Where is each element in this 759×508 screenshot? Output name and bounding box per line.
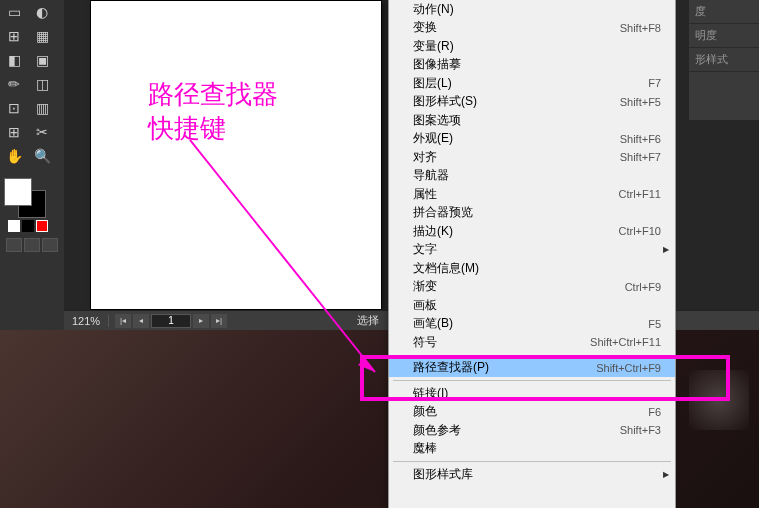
menu-item-label: 链接(I) [413,385,661,402]
tool-button[interactable]: ⊞ [0,24,28,48]
panel-tab[interactable]: 度 [689,0,759,24]
app-root: ▭◐ ⊞▦ ◧▣ ✏◫ ⊡▥ ⊞✂ ✋🔍 121% |◂ ◂ [0,0,759,508]
screen-mode-button[interactable] [24,238,40,252]
menu-item-shortcut: Shift+F3 [620,424,661,436]
menu-item-label: 属性 [413,186,619,203]
menu-item[interactable]: 图层(L)F7 [389,74,675,93]
menu-item-label: 文档信息(M) [413,260,661,277]
menu-item-shortcut: Ctrl+F9 [625,281,661,293]
tool-button[interactable]: ⊞ [0,120,28,144]
menu-item[interactable]: 变量(R) [389,37,675,56]
menu-item[interactable]: 文字▶ [389,241,675,260]
tool-button[interactable]: ▭ [0,0,28,24]
menu-item[interactable]: 颜色参考Shift+F3 [389,421,675,440]
menu-item-label: 画笔(B) [413,315,648,332]
menu-item[interactable]: 图形样式(S)Shift+F5 [389,93,675,112]
menu-item-shortcut: Shift+Ctrl+F11 [590,336,661,348]
menu-item-label: 颜色 [413,403,648,420]
menu-item-label: 魔棒 [413,440,661,457]
menu-item-shortcut: F5 [648,318,661,330]
menu-item[interactable]: 图形样式库▶ [389,465,675,484]
menu-item[interactable]: 渐变Ctrl+F9 [389,278,675,297]
menu-item-label: 图形样式库 [413,466,661,483]
menu-item-label: 图像描摹 [413,56,661,73]
screen-mode-button[interactable] [42,238,58,252]
menu-separator [393,461,671,462]
screen-mode-button[interactable] [6,238,22,252]
menu-item[interactable]: 动作(N) [389,0,675,19]
menu-item[interactable]: 变换Shift+F8 [389,19,675,38]
tool-button[interactable]: ⊡ [0,96,28,120]
menu-item[interactable]: 属性Ctrl+F11 [389,185,675,204]
menu-item-label: 动作(N) [413,1,661,18]
menu-item-shortcut: F7 [648,77,661,89]
menu-item[interactable]: 描边(K)Ctrl+F10 [389,222,675,241]
panel-tab[interactable]: 形样式 [689,48,759,72]
right-panel-tabs: 度 明度 形样式 [689,0,759,120]
menu-item[interactable]: 画板 [389,296,675,315]
page-navigator: |◂ ◂ ▸ ▸| [109,314,233,328]
menu-item-shortcut: Ctrl+F11 [619,188,662,200]
tool-button[interactable]: ✏ [0,72,28,96]
menu-item-label: 外观(E) [413,130,620,147]
tool-button[interactable]: ▦ [28,24,56,48]
tool-button[interactable]: ◐ [28,0,56,24]
zoom-level[interactable]: 121% [64,315,109,327]
menu-item[interactable]: 对齐Shift+F7 [389,148,675,167]
menu-item[interactable]: 拼合器预览 [389,204,675,223]
page-number-input[interactable] [151,314,191,328]
next-page-button[interactable]: ▸ [193,314,209,328]
menu-item-label: 图层(L) [413,75,648,92]
menu-item-label: 图案选项 [413,112,661,129]
menu-item[interactable]: 路径查找器(P)Shift+Ctrl+F9 [389,359,675,378]
prev-page-button[interactable]: ◂ [133,314,149,328]
zoom-tool-icon[interactable]: 🔍 [28,144,56,168]
tool-button[interactable]: ◧ [0,48,28,72]
mini-swatch-black[interactable] [22,220,34,232]
panel-tab[interactable]: 明度 [689,24,759,48]
menu-item-label: 渐变 [413,278,625,295]
menu-item-label: 路径查找器(P) [413,359,596,376]
first-page-button[interactable]: |◂ [115,314,131,328]
left-toolbar: ▭◐ ⊞▦ ◧▣ ✏◫ ⊡▥ ⊞✂ ✋🔍 [0,0,64,330]
menu-item[interactable]: 导航器 [389,167,675,186]
menu-item[interactable]: 颜色F6 [389,403,675,422]
artboard[interactable] [90,0,382,310]
tool-button[interactable]: ✂ [28,120,56,144]
mini-swatches [0,220,64,232]
tool-button[interactable]: ▣ [28,48,56,72]
submenu-arrow-icon: ▶ [663,245,669,254]
tool-button[interactable]: ▥ [28,96,56,120]
menu-item-label: 拼合器预览 [413,204,661,221]
menu-item-shortcut: Shift+F8 [620,22,661,34]
menu-item-label: 符号 [413,334,590,351]
mini-swatch-white[interactable] [8,220,20,232]
menu-item[interactable]: 链接(I) [389,384,675,403]
menu-item-label: 文字 [413,241,661,258]
menu-item[interactable]: 符号Shift+Ctrl+F11 [389,333,675,352]
menu-item-label: 描边(K) [413,223,619,240]
menu-separator [393,355,671,356]
menu-item[interactable]: 图像描摹 [389,56,675,75]
tool-button[interactable]: ◫ [28,72,56,96]
menu-item[interactable]: 外观(E)Shift+F6 [389,130,675,149]
menu-item[interactable]: 文档信息(M) [389,259,675,278]
menu-item[interactable]: 魔棒 [389,440,675,459]
color-swatches[interactable] [0,176,48,216]
menu-item-label: 变换 [413,19,620,36]
menu-item-label: 变量(R) [413,38,661,55]
menu-item-shortcut: Ctrl+F10 [619,225,662,237]
mini-swatch-none[interactable] [36,220,48,232]
last-page-button[interactable]: ▸| [211,314,227,328]
fg-color-swatch[interactable] [4,178,32,206]
window-menu: 动作(N)变换Shift+F8变量(R)图像描摹图层(L)F7图形样式(S)Sh… [388,0,676,508]
menu-item-shortcut: Shift+Ctrl+F9 [596,362,661,374]
menu-item-shortcut: Shift+F5 [620,96,661,108]
hand-tool-icon[interactable]: ✋ [0,144,28,168]
menu-item-label: 导航器 [413,167,661,184]
menu-item[interactable]: 画笔(B)F5 [389,315,675,334]
menu-item-shortcut: Shift+F6 [620,133,661,145]
menu-separator [393,380,671,381]
screen-mode-icons [0,238,64,252]
menu-item[interactable]: 图案选项 [389,111,675,130]
